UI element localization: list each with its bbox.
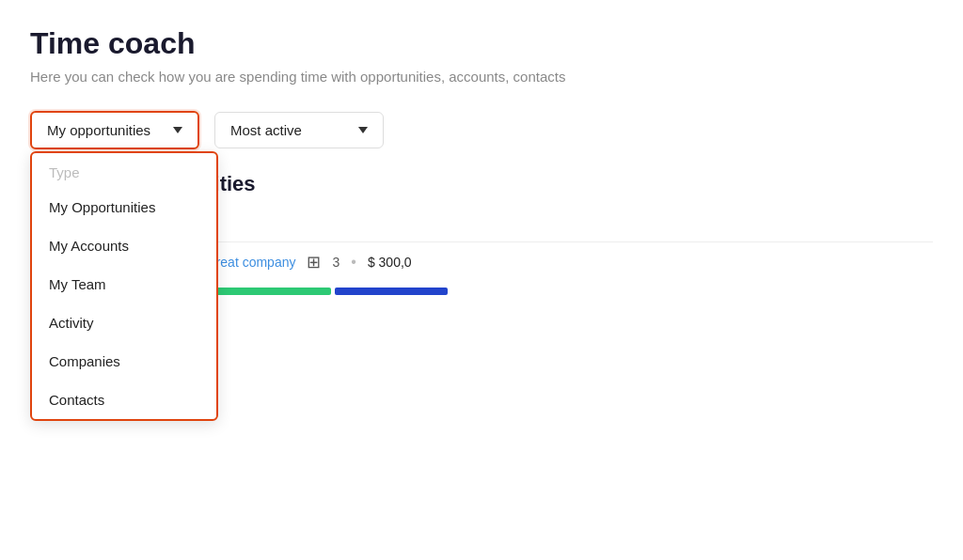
page-subtitle: Here you can check how you are spending … xyxy=(30,69,933,85)
dropdown-option-type[interactable]: Type xyxy=(32,153,216,188)
most-active-dropdown-wrapper: Most active xyxy=(214,112,384,148)
page-title: Time coach xyxy=(30,26,933,61)
dropdown-option-my-team[interactable]: My Team xyxy=(32,265,216,303)
deal-company[interactable]: Great company xyxy=(206,255,296,270)
deal-count: 3 xyxy=(332,255,339,270)
opportunities-dropdown-wrapper: My opportunities Type My Opportunities M… xyxy=(30,111,199,149)
dropdown-option-companies[interactable]: Companies xyxy=(32,342,216,381)
most-active-dropdown-chevron xyxy=(358,127,368,133)
opportunities-dropdown-label: My opportunities xyxy=(47,122,150,138)
opportunities-dropdown-chevron xyxy=(173,127,182,133)
deal-amount: $ 300,0 xyxy=(368,255,412,270)
most-active-dropdown-label: Most active xyxy=(230,122,302,138)
opportunities-dropdown-menu: Type My Opportunities My Accounts My Tea… xyxy=(30,151,218,421)
dropdown-option-activity[interactable]: Activity xyxy=(32,303,216,342)
deal-separator2: • xyxy=(351,254,356,271)
deal-grid-icon: ⊞ xyxy=(307,252,321,272)
opportunities-dropdown-button[interactable]: My opportunities xyxy=(30,111,199,149)
dropdown-option-my-accounts[interactable]: My Accounts xyxy=(32,226,216,265)
progress-bar-blue xyxy=(335,288,448,295)
dropdown-option-my-opportunities[interactable]: My Opportunities xyxy=(32,188,216,226)
controls-row: My opportunities Type My Opportunities M… xyxy=(30,111,933,149)
most-active-dropdown-button[interactable]: Most active xyxy=(214,112,384,148)
dropdown-option-contacts[interactable]: Contacts xyxy=(32,381,216,419)
